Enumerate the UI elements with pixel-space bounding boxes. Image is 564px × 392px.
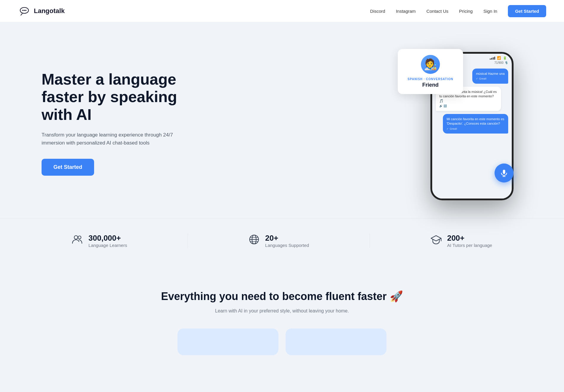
nav-instagram[interactable]: Instagram (396, 9, 416, 14)
brand-name: Langotalk (34, 7, 65, 15)
mic-counter: 71/900 (494, 61, 503, 64)
stat-learners-text: 300,000+ Language Learners (88, 234, 127, 248)
stat-divider-2 (370, 233, 370, 248)
stats-section: 300,000+ Language Learners 20+ Languages… (0, 218, 564, 263)
svg-point-3 (24, 10, 25, 11)
svg-point-4 (25, 10, 26, 11)
graduation-icon (430, 234, 442, 248)
stat-learners: 300,000+ Language Learners (72, 234, 127, 248)
signin-button[interactable]: Sign In (483, 9, 497, 14)
chat-bubble-user-2: Mi canción favorita en este momento es '… (443, 114, 508, 134)
chat-check-2: ✓ Great! (446, 127, 505, 131)
mic-icon (500, 169, 508, 177)
feature-card-1 (178, 328, 278, 355)
hero-section: Master a language faster by speaking wit… (0, 22, 564, 218)
hero-title: Master a language faster by speaking wit… (42, 71, 196, 124)
logo[interactable]: Langotalk (18, 4, 65, 18)
chat-check-1: ✓ Great! (476, 77, 505, 81)
logo-icon (18, 4, 31, 18)
chat-text-user-2: Mi canción favorita en este momento es '… (446, 117, 504, 125)
nav-contact[interactable]: Contact Us (426, 9, 448, 14)
avatar-emoji: 🧑‍🎨 (424, 59, 437, 70)
users-icon (72, 234, 83, 248)
stat-tutors-text: 200+ AI Tutors per language (447, 234, 492, 248)
globe-svg (248, 234, 260, 245)
card-tag: SPANISH · CONVERSATION (405, 77, 456, 81)
hero-subtitle: Transform your language learning experie… (42, 131, 196, 147)
chat-bubble-user-1: músical Hazme una ✓ Great! (472, 69, 508, 84)
features-title: Everything you need to become fluent fas… (42, 290, 522, 304)
features-section: Everything you need to become fluent fas… (0, 263, 564, 373)
stat-tutors-number: 200+ (447, 234, 492, 243)
mic-icon-small: 🎙️ (505, 61, 508, 64)
features-subtitle: Learn with AI in your preferred style, w… (42, 308, 522, 314)
mic-button[interactable] (495, 164, 514, 182)
nav-discord[interactable]: Discord (370, 9, 385, 14)
chat-check-ai-1: 🔊 🔡 (439, 104, 498, 108)
nav-links: Discord Instagram Contact Us Pricing Sig… (370, 5, 546, 17)
svg-rect-5 (503, 170, 505, 174)
stat-tutors: 200+ AI Tutors per language (430, 234, 492, 248)
navbar: Langotalk Discord Instagram Contact Us P… (0, 0, 564, 22)
globe-icon (248, 234, 260, 248)
hero-content: Master a language faster by speaking wit… (42, 71, 196, 176)
signal-icon (490, 57, 495, 60)
stat-learners-label: Language Learners (88, 243, 127, 248)
svg-point-2 (22, 10, 23, 11)
hero-cta-button[interactable]: Get Started (42, 159, 94, 176)
feature-card-2 (286, 328, 386, 355)
battery-icon: 🔋 (503, 56, 507, 60)
stat-languages: 20+ Languages Supported (248, 234, 309, 248)
stat-divider-1 (188, 233, 188, 248)
people-icon (72, 234, 83, 245)
hero-visual: 🧑‍🎨 SPANISH · CONVERSATION Friend 📶 🔋 (398, 46, 505, 200)
tutor-card: 🧑‍🎨 SPANISH · CONVERSATION Friend (398, 49, 463, 94)
stat-languages-text: 20+ Languages Supported (265, 234, 309, 248)
nav-cta-button[interactable]: Get Started (508, 5, 546, 17)
chat-text-user-1: músical Hazme una (476, 72, 505, 75)
features-cards (42, 328, 522, 355)
wifi-icon: 📶 (497, 56, 501, 60)
stat-languages-label: Languages Supported (265, 243, 309, 248)
avatar: 🧑‍🎨 (421, 55, 440, 74)
stat-languages-number: 20+ (265, 234, 309, 243)
stat-learners-number: 300,000+ (88, 234, 127, 243)
card-name: Friend (405, 82, 456, 88)
svg-point-8 (74, 236, 78, 239)
nav-pricing[interactable]: Pricing (459, 9, 473, 14)
svg-point-9 (78, 236, 81, 239)
stat-tutors-label: AI Tutors per language (447, 243, 492, 248)
grad-svg (430, 234, 442, 245)
